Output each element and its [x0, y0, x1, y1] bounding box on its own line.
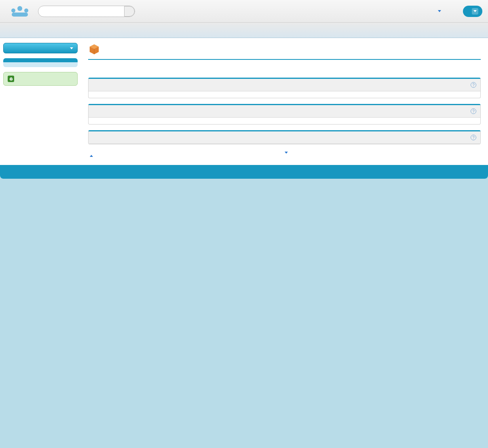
notes-attachments-list: ? — [88, 78, 481, 98]
search-button[interactable] — [124, 6, 135, 17]
applicant-detail-block — [88, 59, 481, 72]
svg-point-1 — [11, 8, 15, 13]
sidebar: ♻ — [0, 38, 81, 165]
svg-point-0 — [17, 6, 22, 11]
user-menu[interactable] — [436, 10, 441, 12]
caret-up-icon — [90, 155, 93, 157]
trash-icon: ♻ — [8, 76, 14, 82]
applicant-history-list: ? — [88, 130, 481, 144]
chevron-down-icon — [472, 8, 478, 15]
svg-rect-3 — [12, 13, 28, 17]
chevron-down-icon — [70, 47, 73, 49]
main-content: ? ? ? — [81, 38, 488, 165]
help-icon[interactable]: ? — [471, 82, 476, 88]
package-icon — [88, 43, 100, 55]
activity-history-list: ? — [88, 104, 481, 125]
recent-items-title — [3, 58, 78, 62]
recent-items-panel — [3, 58, 78, 67]
help-icon[interactable]: ? — [471, 135, 476, 140]
chevron-down-icon — [438, 10, 441, 12]
global-search — [38, 6, 135, 17]
notes-empty-msg — [89, 91, 480, 98]
chevron-down-icon — [285, 152, 288, 154]
search-input[interactable] — [42, 6, 124, 16]
logo[interactable] — [6, 5, 34, 17]
footer — [0, 165, 488, 179]
top-bar — [0, 0, 488, 23]
app-menu[interactable] — [463, 6, 482, 17]
create-new-menu[interactable] — [3, 43, 78, 53]
activity-empty-msg — [89, 118, 480, 124]
svg-point-2 — [24, 8, 28, 13]
tab-bar — [0, 23, 488, 38]
recycle-bin-link[interactable]: ♻ — [3, 72, 78, 86]
help-icon[interactable]: ? — [471, 108, 476, 114]
